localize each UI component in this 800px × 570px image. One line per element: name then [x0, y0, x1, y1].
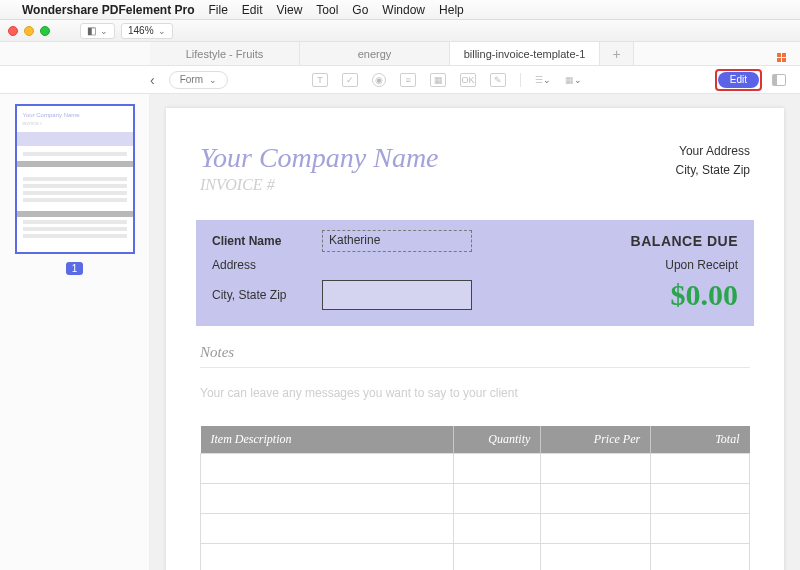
radio-tool-icon[interactable]: ◉: [372, 73, 386, 87]
back-button[interactable]: ‹: [150, 72, 155, 88]
right-panel-toggle-icon[interactable]: [772, 74, 786, 86]
minimize-icon[interactable]: [24, 26, 34, 36]
menu-window[interactable]: Window: [382, 3, 425, 17]
chevron-down-icon: ⌄: [209, 75, 217, 85]
separator: [520, 73, 521, 87]
checkbox-tool-icon[interactable]: ✓: [342, 73, 358, 87]
company-name[interactable]: Your Company Name: [200, 142, 439, 174]
divider: [200, 367, 750, 368]
form-tools-group: T ✓ ◉ ≡ ▦ OK ✎ ☰⌄ ▦⌄: [312, 73, 582, 87]
address-label: Address: [212, 258, 322, 272]
city-state-zip-field[interactable]: [322, 280, 472, 310]
menu-tool[interactable]: Tool: [316, 3, 338, 17]
fullscreen-icon[interactable]: [40, 26, 50, 36]
traffic-lights: [8, 26, 50, 36]
thumbnails-sidebar: Your Company Name INVOICE # 1: [0, 94, 150, 570]
notes-heading: Notes: [200, 344, 750, 361]
menu-file[interactable]: File: [209, 3, 228, 17]
tab-energy[interactable]: energy: [300, 42, 450, 65]
col-price-per: Price Per: [541, 426, 651, 454]
main-area: Your Company Name INVOICE # 1 Your Compa…: [0, 94, 800, 570]
upon-receipt-label: Upon Receipt: [472, 258, 738, 272]
items-table: Item Description Quantity Price Per Tota…: [200, 426, 750, 570]
client-name-field[interactable]: Katherine: [322, 230, 472, 252]
apps-grid-icon[interactable]: [777, 46, 786, 62]
distribute-tool-icon[interactable]: ▦⌄: [565, 73, 582, 87]
chevron-down-icon: ⌄: [158, 26, 166, 36]
col-item-description: Item Description: [201, 426, 454, 454]
zoom-value: 146%: [128, 25, 154, 36]
document-tabs: Lifestyle - Fruits energy billing-invoic…: [0, 42, 800, 66]
menu-view[interactable]: View: [277, 3, 303, 17]
sidebar-toggle-button[interactable]: ◧ ⌄: [80, 23, 115, 39]
your-address-block[interactable]: Your Address City, State Zip: [676, 142, 750, 180]
notes-placeholder[interactable]: Your can leave any messages you want to …: [200, 386, 750, 400]
your-address-line2: City, State Zip: [676, 161, 750, 180]
window-toolbar: ◧ ⌄ 146%⌄: [0, 20, 800, 42]
your-address-line1: Your Address: [676, 142, 750, 161]
client-name-label: Client Name: [212, 234, 322, 248]
table-header-row: Item Description Quantity Price Per Tota…: [201, 426, 750, 454]
secondary-toolbar: ‹ Form⌄ T ✓ ◉ ≡ ▦ OK ✎ ☰⌄ ▦⌄ Edit: [0, 66, 800, 94]
table-row[interactable]: [201, 454, 750, 484]
menu-edit[interactable]: Edit: [242, 3, 263, 17]
col-total: Total: [651, 426, 750, 454]
balance-amount[interactable]: $0.00: [472, 278, 738, 312]
page-thumbnail-1[interactable]: Your Company Name INVOICE #: [15, 104, 135, 254]
balance-block: Client Name Katherine BALANCE DUE Addres…: [196, 220, 754, 326]
col-quantity: Quantity: [453, 426, 541, 454]
chevron-down-icon: ⌄: [100, 26, 108, 36]
pdf-page: Your Company Name INVOICE # Your Address…: [166, 108, 784, 570]
app-name[interactable]: Wondershare PDFelement Pro: [22, 3, 195, 17]
menu-go[interactable]: Go: [352, 3, 368, 17]
mac-menubar: Wondershare PDFelement Pro File Edit Vie…: [0, 0, 800, 20]
form-mode-pill[interactable]: Form⌄: [169, 71, 228, 89]
tab-billing-invoice[interactable]: billing-invoice-template-1: [450, 42, 600, 65]
edit-button-highlight: Edit: [715, 69, 762, 91]
balance-due-label: BALANCE DUE: [472, 233, 738, 249]
close-icon[interactable]: [8, 26, 18, 36]
page-number-badge: 1: [66, 262, 84, 275]
table-row[interactable]: [201, 514, 750, 544]
button-tool-icon[interactable]: OK: [460, 73, 476, 87]
edit-button[interactable]: Edit: [718, 72, 759, 88]
list-tool-icon[interactable]: ▦: [430, 73, 446, 87]
table-row[interactable]: [201, 544, 750, 571]
document-canvas[interactable]: Your Company Name INVOICE # Your Address…: [150, 94, 800, 570]
form-label: Form: [180, 74, 203, 85]
city-state-zip-label: City, State Zip: [212, 288, 322, 302]
tab-add-button[interactable]: +: [600, 42, 634, 65]
menu-help[interactable]: Help: [439, 3, 464, 17]
align-tool-icon[interactable]: ☰⌄: [535, 73, 551, 87]
textfield-tool-icon[interactable]: T: [312, 73, 328, 87]
signature-tool-icon[interactable]: ✎: [490, 73, 506, 87]
table-row[interactable]: [201, 484, 750, 514]
tab-lifestyle-fruits[interactable]: Lifestyle - Fruits: [150, 42, 300, 65]
invoice-label[interactable]: INVOICE #: [200, 176, 439, 194]
zoom-select[interactable]: 146%⌄: [121, 23, 173, 39]
combo-tool-icon[interactable]: ≡: [400, 73, 416, 87]
